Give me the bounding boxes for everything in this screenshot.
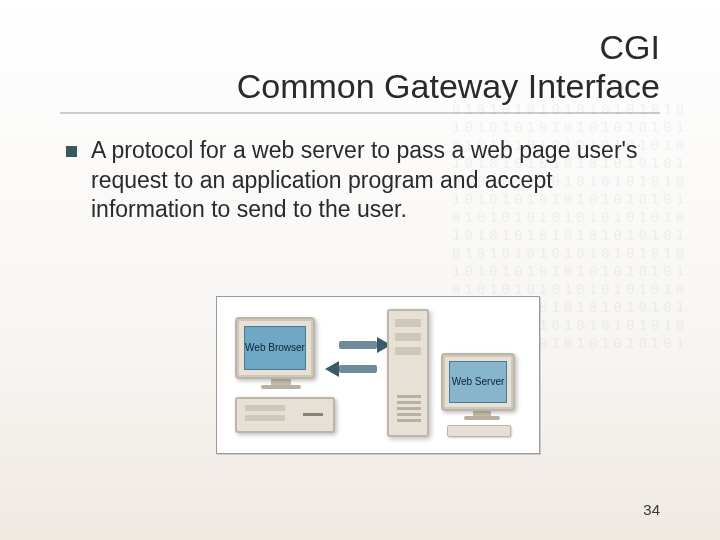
bullet-row: A protocol for a web server to pass a we…	[60, 136, 640, 224]
arrow-response-icon	[331, 363, 385, 375]
page-number: 34	[643, 501, 660, 518]
slide-title: CGI Common Gateway Interface	[60, 28, 660, 106]
title-line-1: CGI	[600, 28, 660, 66]
server-monitor-icon: Web Server	[441, 353, 523, 420]
title-line-2: Common Gateway Interface	[237, 67, 660, 105]
bullet-text: A protocol for a web server to pass a we…	[91, 136, 640, 224]
client-monitor-icon: Web Browser	[235, 317, 327, 389]
square-bullet-icon	[66, 146, 77, 157]
client-screen-label: Web Browser	[244, 326, 306, 370]
server-keyboard-icon	[447, 425, 511, 437]
slide-title-block: CGI Common Gateway Interface	[60, 28, 660, 114]
client-desktop-icon	[235, 397, 335, 433]
server-screen-label: Web Server	[449, 361, 507, 403]
slide: CGI Common Gateway Interface A protocol …	[0, 0, 720, 540]
server-tower-icon	[387, 309, 429, 437]
diagram-client-server: Web Browser Web Server	[216, 296, 540, 454]
arrow-request-icon	[331, 339, 385, 351]
